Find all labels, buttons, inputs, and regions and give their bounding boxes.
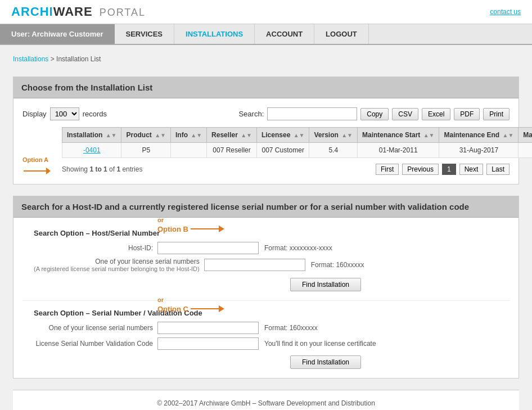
serial-label-c: One of your license serial numbers bbox=[34, 324, 157, 332]
installation-list-panel-body: Display 100 25 50 records Search: Copy C… bbox=[13, 98, 519, 184]
nav-link-account[interactable]: ACCOUNT bbox=[255, 24, 314, 44]
host-id-label: Host-ID: bbox=[34, 244, 157, 252]
breadcrumb-installations[interactable]: Installations bbox=[13, 55, 48, 63]
sort-product-icon[interactable]: ▲▼ bbox=[155, 132, 166, 138]
sort-maint-end-icon[interactable]: ▲▼ bbox=[503, 132, 514, 138]
col-maintenance-start: Maintenance Start ▲▼ bbox=[357, 128, 439, 143]
breadcrumb: Installations > Installation List bbox=[13, 51, 519, 67]
breadcrumb-installation-list: Installation List bbox=[56, 55, 101, 63]
col-product: Product ▲▼ bbox=[121, 128, 170, 143]
serial-input-b[interactable] bbox=[204, 259, 305, 271]
search-panel: Search for a Host-ID and a currently reg… bbox=[13, 196, 519, 379]
option-a-label: Option A bbox=[22, 156, 48, 163]
showing-text: Showing 1 to 1 of 1 entries bbox=[62, 165, 142, 173]
main-content: Installations > Installation List Choose… bbox=[2, 45, 530, 410]
option-c-or-label: or bbox=[157, 296, 164, 303]
cell-info bbox=[170, 143, 206, 158]
installation-link[interactable]: -0401 bbox=[83, 146, 101, 154]
option-c-title: Search Option – Serial Number / Validati… bbox=[34, 309, 510, 317]
col-maintenance-renewal: Maintenance Renewal ▲▼ bbox=[519, 128, 532, 143]
svg-marker-3 bbox=[219, 226, 224, 232]
option-c-label: Option C bbox=[157, 305, 188, 313]
svg-marker-1 bbox=[46, 168, 51, 174]
search-label: Search: bbox=[238, 110, 264, 118]
option-b-label: Option B bbox=[157, 225, 188, 233]
table-controls: Display 100 25 50 records Search: Copy C… bbox=[22, 107, 510, 120]
nav-link-services[interactable]: SERVICES bbox=[115, 24, 175, 44]
host-id-input[interactable] bbox=[157, 242, 259, 254]
sort-installation-icon[interactable]: ▲▼ bbox=[106, 132, 117, 138]
cell-maint-start: 01-Mar-2011 bbox=[357, 143, 439, 158]
excel-button[interactable]: Excel bbox=[422, 108, 450, 120]
sort-maint-start-icon[interactable]: ▲▼ bbox=[423, 132, 435, 138]
previous-page-button[interactable]: Previous bbox=[402, 164, 439, 175]
serial-input-c[interactable] bbox=[157, 322, 259, 334]
option-a-arrow-icon bbox=[22, 164, 51, 178]
cell-maint-end: 31-Aug-2017 bbox=[439, 143, 519, 158]
serial-sub-label-b: (A registered license serial number belo… bbox=[34, 265, 200, 272]
page-controls: First Previous 1 Next Last bbox=[376, 164, 510, 175]
option-c-arrow-icon bbox=[191, 303, 224, 314]
svg-marker-5 bbox=[219, 305, 224, 312]
search-input[interactable] bbox=[267, 107, 357, 120]
table-wrapper: Option A Installation ▲▼ bbox=[22, 127, 510, 175]
serial-row-c: One of your license serial numbers Forma… bbox=[34, 322, 510, 334]
search-controls: Search: Copy CSV Excel PDF Print bbox=[238, 107, 510, 120]
find-btn-b-container: Find Installation bbox=[162, 276, 510, 291]
option-b-block: or Option B Search Option – Host/Serial … bbox=[22, 229, 510, 291]
find-installation-button-c[interactable]: Find Installation bbox=[290, 355, 361, 369]
serial-format-b: Format: 160xxxxx bbox=[311, 261, 364, 269]
breadcrumb-separator: > bbox=[51, 55, 56, 63]
serial-row-b: One of your license serial numbers (A re… bbox=[34, 258, 510, 272]
first-page-button[interactable]: First bbox=[376, 164, 399, 175]
next-page-button[interactable]: Next bbox=[459, 164, 484, 175]
col-reseller: Reseller ▲▼ bbox=[207, 128, 257, 143]
cell-installation: -0401 bbox=[62, 143, 121, 158]
option-b-or-label: or bbox=[157, 217, 164, 223]
sort-licensee-icon[interactable]: ▲▼ bbox=[294, 132, 305, 138]
find-btn-c-container: Find Installation bbox=[162, 353, 510, 369]
option-b-arrow-icon bbox=[191, 223, 224, 235]
find-installation-button-b[interactable]: Find Installation bbox=[290, 278, 361, 291]
current-page-button[interactable]: 1 bbox=[442, 164, 456, 175]
footer-text: © 2002–2017 Archiware GmbH – Software De… bbox=[157, 399, 375, 407]
print-button[interactable]: Print bbox=[483, 108, 510, 120]
nav-link-logout[interactable]: LOGOUT bbox=[314, 24, 369, 44]
logo-archi: ARCHIWARE bbox=[11, 4, 93, 19]
copy-button[interactable]: Copy bbox=[360, 108, 389, 120]
section-divider bbox=[22, 300, 510, 301]
sort-reseller-icon[interactable]: ▲▼ bbox=[241, 132, 252, 138]
col-version: Version ▲▼ bbox=[309, 128, 358, 143]
option-c-annotation: or Option C bbox=[157, 296, 224, 314]
option-c-block: or Option C Search Option – Serial Numbe… bbox=[22, 309, 510, 369]
cell-version: 5.4 bbox=[309, 143, 358, 158]
host-id-format-hint: Format: xxxxxxxx-xxxx bbox=[264, 244, 332, 252]
contact-us-link[interactable]: contact us bbox=[490, 8, 521, 16]
validation-input[interactable] bbox=[157, 337, 259, 350]
header: ARCHIWARE PORTAL contact us bbox=[0, 0, 532, 24]
validation-hint: You'll find it on your license certifica… bbox=[264, 340, 376, 348]
cell-product: P5 bbox=[121, 143, 170, 158]
installation-table: Installation ▲▼ Product ▲▼ Info ▲▼ bbox=[62, 127, 532, 158]
cell-maint-renewal: By Purchase bbox=[519, 143, 532, 158]
nav-link-installations[interactable]: INSTALLATIONS bbox=[174, 24, 255, 44]
sort-info-icon[interactable]: ▲▼ bbox=[191, 132, 202, 138]
pdf-button[interactable]: PDF bbox=[454, 108, 480, 120]
serial-label-b: One of your license serial numbers bbox=[95, 258, 199, 265]
sort-version-icon[interactable]: ▲▼ bbox=[341, 132, 353, 138]
col-licensee: Licensee ▲▼ bbox=[256, 128, 309, 143]
cell-reseller: 007 Reseller bbox=[207, 143, 257, 158]
last-page-button[interactable]: Last bbox=[486, 164, 510, 175]
installation-list-panel: Choose from the Installation List Displa… bbox=[13, 76, 519, 184]
csv-button[interactable]: CSV bbox=[392, 108, 418, 120]
nav-user-label: User: Archiware Customer bbox=[0, 24, 115, 44]
display-controls: Display 100 25 50 records bbox=[22, 107, 107, 120]
records-label: records bbox=[83, 110, 107, 118]
logo: ARCHIWARE PORTAL bbox=[11, 4, 146, 19]
col-info: Info ▲▼ bbox=[170, 128, 206, 143]
search-panel-body: or Option B Search Option – Host/Serial … bbox=[13, 218, 519, 378]
nav-links: SERVICES INSTALLATIONS ACCOUNT LOGOUT bbox=[115, 24, 369, 44]
display-select[interactable]: 100 25 50 bbox=[50, 107, 79, 120]
nav-bar: User: Archiware Customer SERVICES INSTAL… bbox=[0, 24, 532, 45]
display-label: Display bbox=[22, 110, 47, 118]
